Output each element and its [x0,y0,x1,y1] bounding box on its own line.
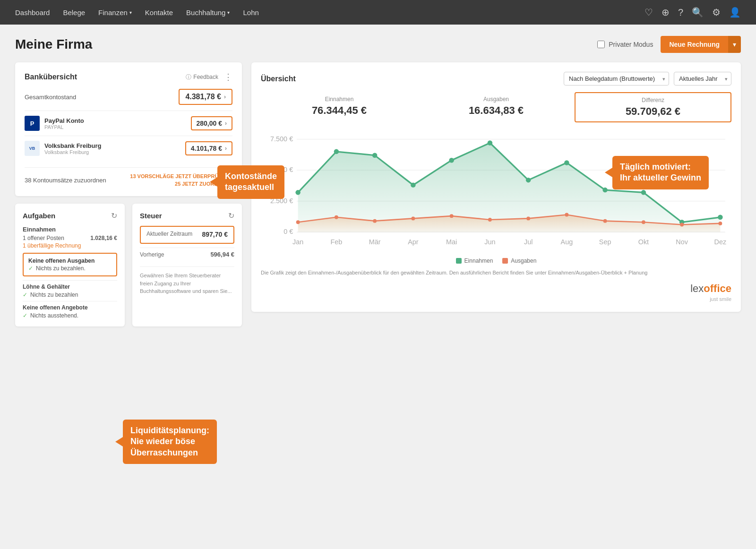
legend-expenses: Ausgaben [502,257,536,264]
volksbank-amount-box[interactable]: 4.101,78 € › [185,141,232,155]
svg-text:Mai: Mai [446,238,457,246]
svg-point-23 [335,215,338,219]
bank-account-row-paypal: P PayPal Konto PAYPAL 280,00 € › [25,111,232,136]
chevron-right-icon: › [231,173,232,179]
assign-links: 13 VORSCHLÄGE JETZT ÜBERPRÜFEN › 25 JETZ… [130,173,232,187]
svg-point-11 [372,153,377,157]
stat-diff: Differenz 59.709,62 € [575,92,731,122]
nav-belege[interactable]: Belege [63,9,85,17]
svg-point-33 [718,222,722,225]
svg-point-24 [373,219,377,223]
wages-label: Löhne & Gehälter [23,283,117,290]
svg-text:Jan: Jan [292,238,303,246]
page-header-right: Privater Modus Neue Rechnung ▾ [597,36,741,53]
overdue-link[interactable]: 1 überfällige Rechnung [23,242,117,249]
aufgaben-header: Aufgaben ↻ [23,211,117,220]
paypal-icon: P [25,116,40,131]
svg-point-25 [411,216,415,220]
page-header: Meine Firma Privater Modus Neue Rechnung… [15,36,741,53]
steuer-current-row: Aktueller Zeitraum 897,70 € [146,231,228,238]
svg-text:Sep: Sep [599,238,611,246]
bank-total-amount-box[interactable]: 4.381,78 € › [179,89,232,105]
svg-point-18 [641,190,646,195]
no-expenses-box: Keine offenen Ausgaben ✓ Nichts zu bezah… [23,253,117,276]
page-content: Meine Firma Privater Modus Neue Rechnung… [0,25,756,549]
chevron-down-icon: ▾ [129,10,132,15]
nav-kontakte[interactable]: Kontakte [145,9,173,17]
main-grid: Bankübersicht ⓘ Feedback ⋮ Gesamtkontost… [15,62,741,326]
svg-text:Okt: Okt [638,238,649,246]
chevron-right-icon: › [225,145,227,152]
filter1-select[interactable]: Nach Belegdatum (Bruttowerte) [564,72,669,86]
lower-cards-row: Aufgaben ↻ Einnahmen 1 offener Posten 1.… [15,204,242,326]
overview-card: Übersicht Nach Belegdatum (Bruttowerte) … [251,62,741,312]
check-icon-2: ✓ [23,292,27,298]
open-posts-row: 1 offener Posten 1.028,16 € [23,235,117,241]
overview-note: Die Grafik zeigt den Einnahmen-/Ausgaben… [261,269,731,277]
paypal-account-sub: PAYPAL [44,124,84,130]
stats-row: Einnahmen 76.344,45 € Ausgaben 16.634,83… [261,92,731,122]
user-icon[interactable]: 👤 [729,7,741,18]
right-column: Übersicht Nach Belegdatum (Bruttowerte) … [251,62,741,312]
chart-container: 7.500 € 5.000 € 2.500 € 0 € [261,130,731,254]
filter2-wrap: Aktuelles Jahr ▾ [674,72,731,86]
svg-point-31 [642,220,645,224]
overview-filters: Nach Belegdatum (Bruttowerte) ▾ Aktuelle… [564,72,731,86]
svg-point-32 [680,223,684,227]
chevron-right-icon: › [231,181,232,187]
refresh-icon[interactable]: ↻ [111,211,117,220]
bank-total-label: Gesamtkontostand [25,94,76,101]
bank-account-row-volksbank: VB Volksbank Freiburg Volksbank Freiburg… [25,136,232,161]
diff-label: Differenz [579,97,727,103]
private-mode-checkbox[interactable] [597,41,605,48]
svg-point-13 [449,158,454,163]
chart-legend: Einnahmen Ausgaben [261,257,731,264]
nav-buchhaltung[interactable]: Buchhaltung ▾ [186,9,230,17]
logo-tagline: just smile [710,296,731,302]
svg-text:Aug: Aug [561,238,573,246]
search-icon[interactable]: 🔍 [692,7,704,18]
divider-2 [23,301,117,301]
current-period-amount: 897,70 € [202,231,228,238]
stat-expenses: Ausgaben 16.634,83 € [418,92,575,122]
new-invoice-button[interactable]: Neue Rechnung [661,36,728,53]
svg-point-15 [526,178,531,182]
more-options-icon[interactable]: ⋮ [224,72,232,82]
filter2-select[interactable]: Aktuelles Jahr [674,72,731,86]
nav-links: Dashboard Belege Finanzen ▾ Kontakte Buc… [15,9,644,17]
settings-icon[interactable]: ⚙ [712,7,721,18]
svg-point-10 [334,149,339,154]
paypal-amount-box[interactable]: 280,00 € › [191,116,233,130]
feedback-link[interactable]: ⓘ Feedback [186,73,218,81]
heart-icon[interactable]: ♡ [644,7,653,18]
bank-total-row: Gesamtkontostand 4.381,78 € › [25,89,232,105]
bank-card-title: Bankübersicht [25,73,77,81]
nav-finanzen[interactable]: Finanzen ▾ [98,9,132,17]
volksbank-icon: VB [25,141,40,156]
steuer-refresh-icon[interactable]: ↻ [228,211,234,220]
steuer-prev-row: Vorherige 596,94 € [140,248,234,261]
bank-account-info-paypal: P PayPal Konto PAYPAL [25,116,84,131]
chevron-down-icon: ▾ [227,10,230,15]
legend-income: Einnahmen [456,257,493,264]
bank-card-header: Bankübersicht ⓘ Feedback ⋮ [25,72,232,82]
nav-icon-area: ♡ ⊕ ? 🔍 ⚙ 👤 [644,7,741,18]
new-invoice-dropdown-button[interactable]: ▾ [728,36,741,53]
diff-value: 59.709,62 € [579,105,727,118]
bank-header-right: ⓘ Feedback ⋮ [186,72,232,82]
help-icon[interactable]: ? [678,7,683,18]
nav-lohn[interactable]: Lohn [243,9,258,17]
steuer-current-box: Aktueller Zeitraum 897,70 € [140,226,234,244]
svg-text:Apr: Apr [408,238,419,246]
assign-link-2[interactable]: 25 JETZT ZUORDNEN › [175,181,232,187]
private-mode-label[interactable]: Privater Modus [597,41,653,48]
expenses-label: Ausgaben [421,96,571,103]
assign-link-1[interactable]: 13 VORSCHLÄGE JETZT ÜBERPRÜFEN › [130,173,232,179]
plus-circle-icon[interactable]: ⊕ [662,7,670,18]
svg-text:5.000 €: 5.000 € [270,166,293,173]
filter1-wrap: Nach Belegdatum (Bruttowerte) ▾ [564,72,669,86]
current-period-label: Aktueller Zeitraum [146,231,192,238]
nav-dashboard[interactable]: Dashboard [15,9,50,17]
aufgaben-card: Aufgaben ↻ Einnahmen 1 offener Posten 1.… [15,204,125,326]
top-navigation: Dashboard Belege Finanzen ▾ Kontakte Buc… [0,0,756,25]
